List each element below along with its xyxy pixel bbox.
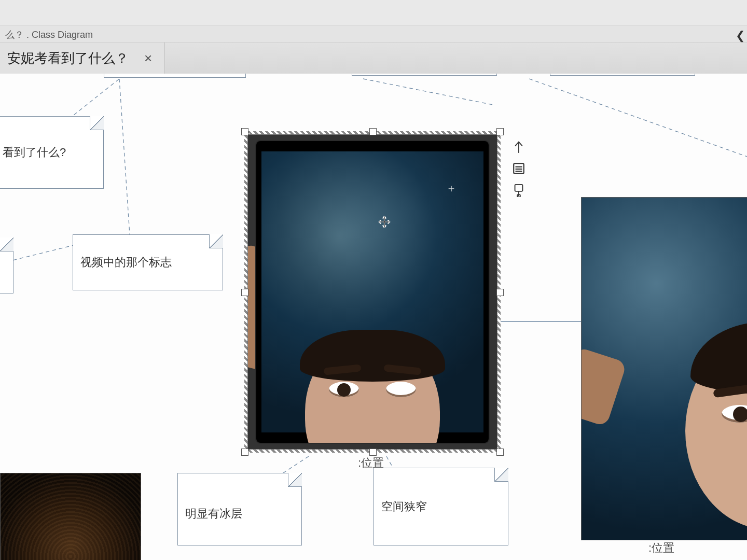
note-video-sign[interactable]: 视频中的那个标志: [73, 234, 223, 290]
resize-handle-ne[interactable]: [496, 128, 504, 135]
image-fur[interactable]: [0, 473, 141, 560]
note-fold-icon: [288, 473, 302, 487]
image-placeholder: [305, 334, 440, 444]
image-phone-selfie: [247, 134, 497, 450]
close-icon[interactable]: ×: [144, 50, 152, 66]
note-fold-icon: [0, 237, 13, 251]
resize-handle-w[interactable]: [241, 289, 248, 296]
tab-active[interactable]: 安妮考看到了什么？ ×: [0, 43, 165, 74]
resize-handle-se[interactable]: [496, 449, 504, 456]
resize-handle-sw[interactable]: [241, 449, 248, 456]
svg-line-3: [363, 79, 493, 105]
svg-rect-12: [515, 185, 523, 191]
note-space-narrow[interactable]: 空间狭窄: [374, 468, 508, 545]
note-top-cut[interactable]: [104, 74, 246, 78]
note-fold-icon: [90, 116, 104, 130]
arrow-up-icon[interactable]: [511, 140, 526, 156]
tab-title: 安妮考看到了什么？: [7, 49, 129, 67]
resize-handle-nw[interactable]: [241, 128, 248, 135]
diagram-canvas[interactable]: 看到了什么? 视频中的那个标志 明显有冰层 空间狭窄: [0, 74, 747, 560]
note-fold-icon: [494, 468, 508, 482]
image-placeholder: [1, 473, 141, 560]
caption-position-right: :位置: [648, 540, 674, 556]
breadcrumb-doctype: Class Diagram: [32, 30, 93, 40]
note-fold-icon: [209, 234, 223, 248]
note-top-cut-2[interactable]: [352, 74, 497, 76]
note-ice-layer[interactable]: 明显有冰层: [177, 473, 302, 545]
note-left-small[interactable]: [0, 237, 13, 293]
note-text: 视频中的那个标志: [80, 255, 172, 270]
breadcrumb-trail-suffix: 么？: [5, 30, 24, 40]
window-chrome-top: [0, 0, 747, 25]
note-top-cut-3[interactable]: [550, 74, 695, 76]
chevron-left-icon[interactable]: ❮: [736, 29, 745, 43]
resize-handle-s[interactable]: [369, 449, 377, 456]
image-placeholder: [255, 140, 490, 444]
image-object-selected[interactable]: [243, 130, 502, 454]
svg-line-4: [529, 79, 747, 157]
note-text: 空间狭窄: [381, 499, 427, 514]
caption-position-main: :位置: [358, 455, 384, 471]
resize-handle-n[interactable]: [369, 128, 377, 135]
note-text: 看到了什么?: [3, 145, 66, 160]
tab-bar: 安妮考看到了什么？ ×: [0, 43, 747, 74]
note-icon[interactable]: [511, 184, 526, 199]
breadcrumb: 么？ . Class Diagram: [0, 25, 747, 43]
image-phone-selfie-right[interactable]: [581, 197, 747, 540]
list-icon[interactable]: [511, 162, 526, 177]
resize-handle-e[interactable]: [496, 289, 504, 296]
note-left-question[interactable]: 看到了什么?: [0, 116, 104, 189]
svg-line-1: [119, 79, 130, 234]
breadcrumb-separator: .: [26, 30, 32, 40]
note-text: 明显有冰层: [185, 506, 242, 522]
